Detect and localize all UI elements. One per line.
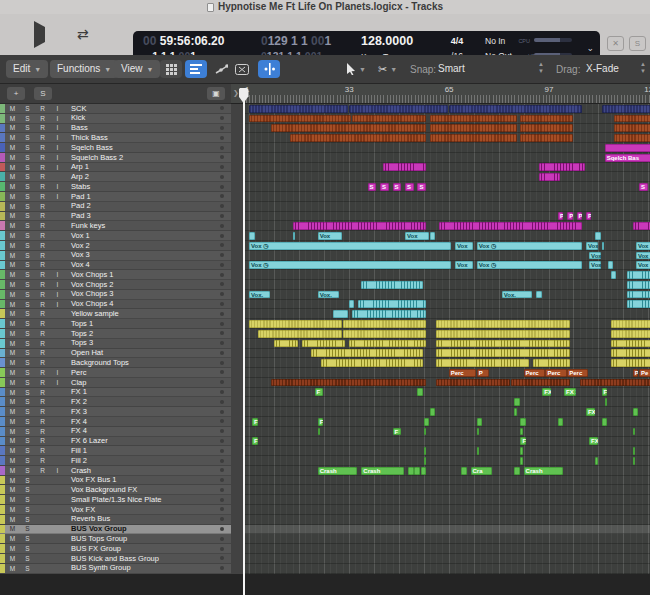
track-name[interactable]: Open Hat (65, 348, 220, 358)
region[interactable] (580, 379, 650, 387)
region[interactable]: S (380, 183, 389, 191)
s-box-button[interactable]: S (629, 36, 646, 51)
region[interactable] (271, 379, 426, 387)
region[interactable] (611, 340, 650, 348)
track-row[interactable]: MSRFX 2 (0, 397, 231, 407)
region[interactable] (477, 418, 483, 426)
record-enable-dot[interactable] (220, 106, 224, 110)
solo-button[interactable]: S (20, 211, 35, 220)
region[interactable]: Vox (636, 242, 650, 250)
region[interactable]: Sqelch Bas (605, 154, 650, 162)
region[interactable] (633, 447, 635, 455)
arrange-track-lane[interactable]: FFFX (243, 437, 650, 447)
region[interactable] (424, 457, 426, 465)
solo-button[interactable]: S (20, 329, 35, 338)
arrange-track-lane[interactable] (243, 124, 650, 134)
mute-button[interactable]: M (5, 123, 20, 132)
solo-button[interactable]: S (20, 143, 35, 152)
mute-button[interactable]: M (5, 476, 20, 485)
record-enable-dot[interactable] (220, 390, 224, 394)
region[interactable] (627, 271, 650, 279)
arrange-track-lane[interactable] (243, 485, 650, 495)
region[interactable] (430, 124, 517, 132)
solo-button[interactable]: S (20, 554, 35, 563)
solo-button[interactable]: S (20, 446, 35, 455)
mute-button[interactable]: M (5, 172, 20, 181)
record-ready-button[interactable]: R (35, 241, 50, 250)
region[interactable]: Vox ◷ (249, 242, 451, 250)
mute-button[interactable]: M (5, 182, 20, 191)
record-ready-button[interactable]: R (35, 466, 50, 475)
arrange-track-lane[interactable] (243, 397, 650, 407)
solo-button[interactable]: S (20, 231, 35, 240)
region[interactable] (436, 320, 569, 328)
snap-dropdown[interactable]: Smart ▲▼ (438, 60, 546, 78)
track-name[interactable]: SCK (65, 104, 220, 113)
tracks-view-button[interactable] (185, 60, 207, 78)
record-ready-button[interactable]: R (35, 300, 50, 309)
record-ready-button[interactable]: R (35, 397, 50, 406)
record-enable-dot[interactable] (220, 537, 224, 541)
arrange-track-lane[interactable] (243, 280, 650, 290)
arrange-track-lane[interactable] (243, 319, 650, 329)
arrange-track-lane[interactable] (243, 446, 650, 456)
region[interactable] (611, 359, 650, 367)
arrange-track-lane[interactable]: SSSSSS (243, 182, 650, 192)
region[interactable]: S (405, 183, 414, 191)
arrange-track-lane[interactable] (243, 270, 650, 280)
mute-button[interactable]: M (5, 211, 20, 220)
region[interactable]: Vox (636, 252, 650, 260)
track-name[interactable]: Pad 1 (65, 192, 220, 202)
mute-button[interactable]: M (5, 260, 20, 269)
mute-button[interactable]: M (5, 270, 20, 279)
track-name[interactable]: BUS Kick and Bass Group (65, 554, 220, 564)
track-row[interactable]: MSRFX 3 (0, 407, 231, 417)
input-monitor-button[interactable]: I (50, 133, 65, 142)
track-name[interactable]: Vox FX Bus 1 (65, 475, 220, 485)
track-row[interactable]: MSRBackground Tops (0, 358, 231, 368)
functions-menu[interactable]: Functions▼ (50, 60, 118, 78)
arrange-track-lane[interactable] (243, 114, 650, 124)
track-name[interactable]: BUS Vox Group (65, 524, 220, 534)
region[interactable] (595, 457, 597, 465)
arrange-track-lane[interactable] (243, 534, 650, 544)
track-row[interactable]: MSBUS Kick and Bass Group (0, 554, 231, 564)
track-row[interactable]: MSRVox 3 (0, 251, 231, 261)
input-monitor-button[interactable]: I (50, 378, 65, 387)
mute-button[interactable]: M (5, 221, 20, 230)
region[interactable]: Perc (449, 369, 476, 377)
record-enable-dot[interactable] (220, 410, 224, 414)
solo-button[interactable]: S (20, 368, 35, 377)
record-ready-button[interactable]: R (35, 378, 50, 387)
track-row[interactable]: MSBUS Tops Group (0, 534, 231, 544)
region[interactable]: Vox (636, 261, 650, 269)
track-row[interactable]: MSRPad 2 (0, 202, 231, 212)
record-enable-dot[interactable] (220, 116, 224, 120)
track-row[interactable]: MSRISCK (0, 104, 231, 114)
mute-button[interactable]: M (5, 397, 20, 406)
arrange-track-lane[interactable] (243, 339, 650, 349)
record-enable-dot[interactable] (220, 175, 224, 179)
mute-button[interactable]: M (5, 133, 20, 142)
region[interactable] (633, 408, 639, 416)
region[interactable]: Crash (361, 467, 404, 475)
region[interactable]: Vox (455, 242, 473, 250)
region[interactable] (520, 457, 522, 465)
record-enable-dot[interactable] (220, 146, 224, 150)
region[interactable]: S (639, 183, 648, 191)
bar-ruler[interactable]: ❯ 1336597129 (231, 84, 650, 104)
mute-button[interactable]: M (5, 280, 20, 289)
record-enable-dot[interactable] (220, 136, 224, 140)
mute-button[interactable]: M (5, 368, 20, 377)
mute-button[interactable]: M (5, 309, 20, 318)
solo-button[interactable]: S (20, 192, 35, 201)
record-ready-button[interactable]: R (35, 270, 50, 279)
region[interactable] (520, 134, 572, 142)
region[interactable] (461, 467, 467, 475)
cycle-button[interactable]: ⇄ (77, 27, 89, 42)
solo-button[interactable]: S (20, 505, 35, 514)
record-ready-button[interactable]: R (35, 358, 50, 367)
mute-button[interactable]: M (5, 300, 20, 309)
solo-button[interactable]: S (20, 358, 35, 367)
track-name[interactable]: Reverb Bus (65, 514, 220, 524)
